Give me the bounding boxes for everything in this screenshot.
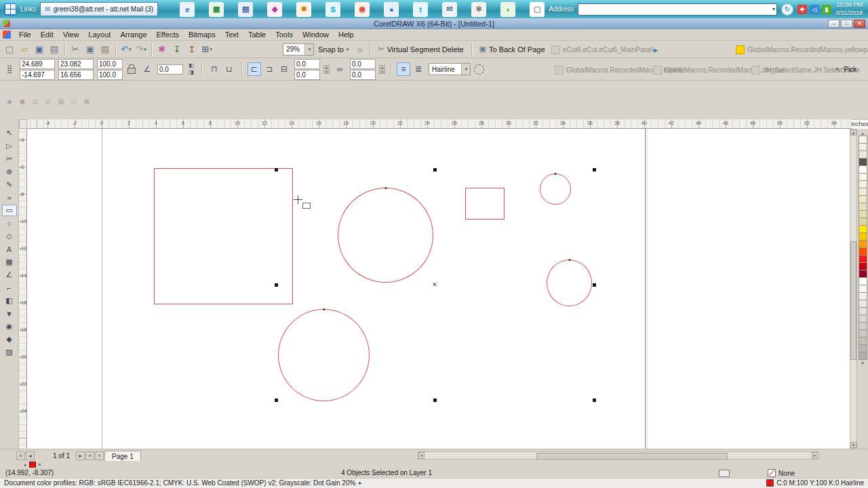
scroll-up-icon[interactable]: ▲ [850,129,856,136]
save-icon[interactable]: ▣ [33,42,46,57]
email-task-button[interactable]: ✉ green38@att.net - att.net Mail (3) [40,2,158,16]
macro-yellowpage-button[interactable]: GlobalMacros.RecordedMacros.yellowpage [736,45,868,54]
rectangle-selected[interactable] [154,168,293,304]
refresh-icon[interactable]: ↻ [781,3,793,16]
selection-handle[interactable] [593,283,596,287]
circle-bottom[interactable] [278,309,370,401]
virtual-segment-delete-button[interactable]: ✄ Virtual Segment Delete [374,42,467,57]
redo-icon[interactable]: ↷▾ [134,42,148,57]
scroll-left-icon[interactable]: ◂ [418,452,425,459]
horizontal-scroll-thumb[interactable] [536,453,728,460]
menu-arrange[interactable]: Arrange [115,30,151,39]
pick-tool[interactable]: ↖ [2,127,17,139]
corner-radius-3-field[interactable]: 0.0 [350,59,376,69]
internet-explorer-icon[interactable]: e [180,2,195,17]
text-tool[interactable]: A [2,243,17,255]
application-launcher-icon[interactable]: ⊞▾ [200,42,214,57]
rotation-angle-field[interactable]: 0.0 [157,64,183,75]
circle-medium-right[interactable] [547,260,592,306]
wrap-paragraph-text-icon[interactable]: ≡ [397,62,410,76]
selection-handle[interactable] [433,399,437,402]
lock-ratio-icon[interactable] [126,64,137,75]
corner-radius-4-field[interactable]: 0.0 [350,70,376,80]
wrap-text-icon[interactable] [474,64,484,75]
outline-pen-tool[interactable]: ◉ [2,321,17,332]
object-width-field[interactable]: 23.082 [58,59,94,69]
menu-tools[interactable]: Tools [271,30,298,39]
crop-tool[interactable]: ✂ [2,153,17,165]
macro-run-icon[interactable]: ▸ [649,42,663,57]
menu-file[interactable]: File [14,30,36,39]
corner-scallop-icon[interactable]: ⊐ [262,62,276,76]
links-label[interactable]: Links [20,5,36,13]
palette-scroll-down-icon[interactable]: ▾ [861,360,864,366]
skype-icon[interactable]: S [326,2,340,17]
search-content-icon[interactable]: ✱ [155,42,169,57]
scale-y-field[interactable]: 100.0 [97,70,123,80]
custom-toolbar-icon-6[interactable]: ◫ [68,96,79,106]
corner-radius-2-field[interactable]: 0.0 [294,70,320,80]
freehand-tool[interactable]: ✎ [2,179,17,190]
nvidia-icon[interactable]: ◗ [500,2,515,17]
photo-app-icon[interactable]: ◆ [267,2,282,17]
palette-color-swatch[interactable] [859,352,867,360]
next-page-icon[interactable]: ▸ [76,451,85,460]
spinner-up-icon[interactable]: ▲ [379,65,385,69]
selection-handle[interactable] [275,168,278,171]
profiles-flyout-icon[interactable]: ▸ [359,480,361,486]
vertical-scroll-thumb[interactable] [850,241,856,360]
menu-window[interactable]: Window [298,30,334,39]
convert-to-curves-icon[interactable]: ≣ [412,62,425,76]
menu-effects[interactable]: Effects [152,30,184,39]
open-folder-icon[interactable]: ▱ [18,42,31,57]
menu-view[interactable]: View [58,30,84,39]
to-back-of-page-button[interactable]: ▣ To Back Of Page [475,42,549,57]
custom-toolbar-icon-7[interactable]: ▣ [81,96,92,106]
close-button[interactable]: ✕ [854,20,865,28]
antivirus-tray-icon[interactable]: ✚ [797,5,807,14]
rectangle-tool[interactable]: ▭ [2,205,17,216]
table-app-icon[interactable]: ▤ [238,2,253,17]
start-button[interactable] [4,3,16,16]
selection-handle[interactable] [593,168,596,171]
copy-icon[interactable]: ▣ [83,42,97,57]
zoom-tool[interactable]: ⊕ [2,166,17,178]
menu-layout[interactable]: Layout [83,30,115,39]
zoom-dropdown-icon[interactable]: ▾ [309,47,311,52]
chrome-icon[interactable]: ◉ [355,2,370,17]
undo-icon[interactable]: ↶▾ [119,42,133,57]
selection-handle[interactable] [593,399,596,402]
shape-tool[interactable]: ▷ [2,140,17,152]
custom-toolbar-icon-4[interactable]: ▥ [43,96,54,106]
menu-bitmaps[interactable]: Bitmaps [184,30,220,39]
custom-toolbar-icon-5[interactable]: ▦ [56,96,66,106]
import-icon[interactable]: ↧ [170,42,184,57]
volume-tray-icon[interactable]: ◁ [810,5,819,14]
circle-small-topright[interactable] [540,174,571,205]
previous-page-icon[interactable]: ◂ [26,451,35,460]
menu-text[interactable]: Text [220,30,243,39]
notepad-icon[interactable]: ▢ [530,2,545,17]
vertical-scrollbar[interactable]: ▲ ▼ [850,129,857,449]
outline-indicator[interactable]: C:0 M:100 Y:100 K:0 Hairline [766,479,864,487]
object-height-field[interactable]: 16.656 [58,70,94,80]
messenger-icon[interactable]: ● [384,2,399,17]
fill-indicator[interactable]: None [768,469,795,477]
custom-toolbar-icon-3[interactable]: ▤ [30,96,41,106]
selection-handle[interactable] [275,283,278,287]
corner-chamfer-icon[interactable]: ⊟ [277,62,291,76]
spinner-up-icon[interactable]: ▲ [323,65,330,69]
last-page-icon[interactable]: » [85,451,94,460]
drawing-canvas[interactable]: ✕ [27,129,850,449]
document-palette-none-icon[interactable]: ✕ [38,462,42,468]
connector-tool[interactable]: ⌐ [2,282,17,293]
table-tool[interactable]: ▦ [2,256,17,268]
page-tab[interactable]: Page 1 [104,451,141,461]
scroll-right-icon[interactable]: ▸ [812,452,818,459]
dropdown-arrow-icon[interactable]: ▾ [129,47,132,52]
corner-round-icon[interactable]: ⊏ [248,62,261,76]
print-icon[interactable]: ▤ [47,42,61,57]
spinner-down-icon[interactable]: ▼ [379,70,385,74]
eyedropper-tool[interactable]: ▼ [2,308,17,319]
snap-to-dropdown[interactable]: Snap to ▾ [315,43,351,56]
